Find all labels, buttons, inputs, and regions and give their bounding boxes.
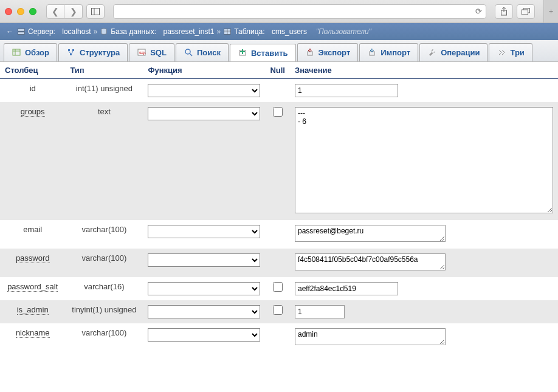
back-button[interactable]: ❮ <box>46 4 64 19</box>
tabs-button[interactable] <box>517 4 535 19</box>
forward-button[interactable]: ❯ <box>64 4 83 19</box>
collapse-nav-icon[interactable]: ← <box>6 27 13 36</box>
null-checkbox[interactable] <box>273 282 283 292</box>
column-name-cell: is_admin <box>0 300 65 323</box>
function-cell <box>143 323 265 352</box>
function-cell <box>143 249 265 277</box>
svg-rect-15 <box>72 49 74 51</box>
table-row: is_admintinyint(1) unsigned <box>0 300 558 323</box>
column-type-cell: varchar(16) <box>65 277 143 300</box>
value-cell <box>290 79 558 103</box>
function-select[interactable] <box>148 84 260 97</box>
sql-icon: SQL <box>137 47 146 57</box>
null-cell <box>265 323 290 352</box>
function-select[interactable] <box>148 305 260 318</box>
header-type: Тип <box>65 62 143 79</box>
value-textarea[interactable] <box>295 328 446 345</box>
value-cell <box>290 277 558 300</box>
function-cell <box>143 220 265 249</box>
minimize-window-icon[interactable] <box>17 8 24 15</box>
tab-insert[interactable]: Вставить <box>230 44 296 62</box>
svg-rect-4 <box>522 10 528 15</box>
header-value: Значение <box>290 62 558 79</box>
maximize-window-icon[interactable] <box>29 8 36 15</box>
browse-icon <box>12 47 21 57</box>
column-name-cell: groups <box>0 102 65 220</box>
column-type-cell: int(11) unsigned <box>65 79 143 103</box>
crumb-database[interactable]: База данных: passreset_inst1 <box>100 27 214 36</box>
column-name-cell: password <box>0 249 65 277</box>
insert-icon <box>238 48 247 58</box>
tabs-icon <box>522 8 530 15</box>
function-select[interactable] <box>148 328 260 342</box>
null-cell <box>265 79 290 103</box>
share-button[interactable] <box>495 4 513 19</box>
header-function: Функция <box>143 62 265 79</box>
tab-export[interactable]: Экспорт <box>297 43 359 61</box>
function-select[interactable] <box>148 282 260 295</box>
null-checkbox[interactable] <box>273 107 283 117</box>
breadcrumb: ← Сервер: localhost » База данных: passr… <box>0 23 558 40</box>
sidebar-toggle-button[interactable] <box>86 4 105 19</box>
export-icon <box>305 47 315 57</box>
breadcrumb-separator: » <box>217 27 221 36</box>
tab-operations[interactable]: Операции <box>419 43 487 61</box>
value-textarea[interactable] <box>295 107 553 213</box>
svg-rect-6 <box>18 32 25 35</box>
new-tab-button[interactable]: + <box>543 0 558 22</box>
function-cell <box>143 79 265 103</box>
value-textarea[interactable] <box>295 225 446 242</box>
function-cell <box>143 300 265 323</box>
tab-browse[interactable]: Обзор <box>4 43 57 61</box>
header-null: Null <box>265 62 290 79</box>
column-type-cell: tinyint(1) unsigned <box>65 300 143 323</box>
svg-rect-0 <box>92 8 100 15</box>
tab-triggers[interactable]: Три <box>489 43 532 61</box>
svg-rect-11 <box>13 49 20 55</box>
null-cell <box>265 102 290 220</box>
value-cell <box>290 249 558 277</box>
function-select[interactable] <box>148 225 260 238</box>
tab-search[interactable]: Поиск <box>176 43 229 61</box>
column-name-cell: nickname <box>0 323 65 352</box>
import-icon <box>367 47 377 57</box>
tab-sql[interactable]: SQLSQL <box>129 43 174 61</box>
svg-text:SQL: SQL <box>139 51 146 55</box>
server-icon <box>17 27 26 36</box>
tab-import[interactable]: Импорт <box>359 43 418 61</box>
trigger-icon <box>497 47 506 57</box>
null-checkbox[interactable] <box>273 305 283 315</box>
value-input[interactable] <box>295 282 398 295</box>
column-name-cell: password_salt <box>0 277 65 300</box>
value-input[interactable] <box>295 305 345 318</box>
svg-line-22 <box>190 53 192 56</box>
table-row: passwordvarchar(100) <box>0 249 558 277</box>
tab-structure[interactable]: Структура <box>58 43 128 61</box>
null-cell <box>265 220 290 249</box>
sidebar-icon <box>91 8 100 15</box>
svg-rect-14 <box>68 49 70 51</box>
svg-line-18 <box>72 51 73 53</box>
value-input[interactable] <box>295 84 398 97</box>
value-cell <box>290 102 558 220</box>
table-row: nicknamevarchar(100) <box>0 323 558 352</box>
close-window-icon[interactable] <box>5 8 12 15</box>
reload-icon[interactable]: ⟳ <box>475 7 482 16</box>
svg-point-21 <box>185 49 190 54</box>
address-bar[interactable]: ⟳ <box>113 4 486 19</box>
table-row: emailvarchar(100) <box>0 220 558 249</box>
table-row: idint(11) unsigned <box>0 79 558 103</box>
crumb-server[interactable]: Сервер: localhost <box>17 27 91 36</box>
table-row: password_saltvarchar(16) <box>0 277 558 300</box>
function-select[interactable] <box>148 253 260 267</box>
breadcrumb-separator: » <box>94 27 98 36</box>
column-type-cell: text <box>65 102 143 220</box>
value-textarea[interactable] <box>295 253 446 270</box>
crumb-table[interactable]: Таблица: cms_users <box>223 27 307 36</box>
function-cell <box>143 277 265 300</box>
search-icon <box>184 47 193 57</box>
structure-icon <box>66 47 76 57</box>
table-comment: "Пользователи" <box>316 27 371 36</box>
column-name-cell: email <box>0 220 65 249</box>
function-select[interactable] <box>148 107 260 120</box>
